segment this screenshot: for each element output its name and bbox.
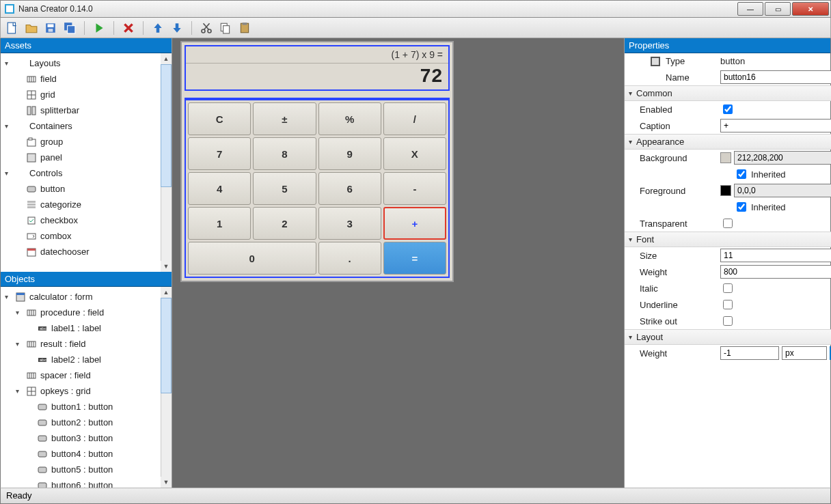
chevron-down-icon[interactable]: ▾ xyxy=(629,333,632,341)
tree-item[interactable]: button xyxy=(3,181,161,197)
calc-key-sym[interactable]: % xyxy=(318,102,381,135)
expand-arrow-icon[interactable]: ▾ xyxy=(5,59,12,67)
expand-arrow-icon[interactable]: ▾ xyxy=(5,122,12,130)
expand-arrow-icon[interactable]: ▾ xyxy=(5,169,12,177)
prop-name-input[interactable] xyxy=(720,70,831,84)
tree-item[interactable]: field xyxy=(3,71,161,87)
prop-fontsize-input[interactable] xyxy=(720,249,831,262)
tree-item[interactable]: abclabel2 : label xyxy=(3,352,161,367)
tree-item[interactable]: button6 : button xyxy=(3,477,161,488)
calc-key-sym[interactable]: = xyxy=(383,242,446,275)
tree-item[interactable]: button5 : button xyxy=(3,462,161,477)
scroll-thumb[interactable] xyxy=(161,298,172,393)
tree-item[interactable]: group xyxy=(3,134,161,150)
prop-bg-inherited-checkbox[interactable] xyxy=(737,169,746,179)
calc-key-0[interactable]: 0 xyxy=(188,242,316,275)
minimize-button[interactable]: — xyxy=(737,2,763,16)
calc-key-4[interactable]: 4 xyxy=(188,172,251,205)
design-canvas[interactable]: (1 + 7) x 9 = 72 C±%/789X456-123+0.= xyxy=(172,38,624,488)
tree-item[interactable]: button2 : button xyxy=(3,415,161,430)
scrollbar[interactable]: ▲ ▼ xyxy=(161,53,172,272)
tree-item[interactable]: button4 : button xyxy=(3,446,161,462)
prop-enabled-checkbox[interactable] xyxy=(723,104,733,114)
tree-item[interactable]: panel xyxy=(3,150,161,165)
fg-color-swatch[interactable] xyxy=(720,185,731,196)
chevron-down-icon[interactable]: ▾ xyxy=(629,236,632,243)
scrollbar[interactable]: ▲ ▼ xyxy=(161,287,172,488)
tree-item[interactable]: combox xyxy=(3,228,161,244)
calc-key-sym[interactable]: - xyxy=(383,172,446,205)
scroll-up-icon[interactable]: ▲ xyxy=(161,53,172,64)
scroll-down-icon[interactable]: ▼ xyxy=(161,261,172,272)
chevron-down-icon[interactable]: ▾ xyxy=(629,138,632,145)
calc-key-8[interactable]: 8 xyxy=(253,137,316,170)
tree-item[interactable]: ▾Layouts xyxy=(3,55,161,71)
calc-key-1[interactable]: 1 xyxy=(188,207,251,240)
tree-item[interactable]: ▾calculator : form xyxy=(3,289,161,305)
calc-key-sym[interactable]: + xyxy=(383,207,446,240)
calc-key-3[interactable]: 3 xyxy=(318,207,381,240)
calc-key-sym[interactable]: ± xyxy=(253,102,316,135)
chevron-down-icon[interactable]: ▾ xyxy=(629,89,632,97)
tree-item[interactable]: categorize xyxy=(3,197,161,212)
expand-arrow-icon[interactable]: ▾ xyxy=(16,387,23,395)
bg-color-swatch[interactable] xyxy=(720,152,731,163)
tree-item[interactable]: grid xyxy=(3,87,161,102)
prop-italic-checkbox[interactable] xyxy=(723,283,733,293)
new-file-icon[interactable] xyxy=(6,22,18,34)
maximize-button[interactable]: ▭ xyxy=(765,2,791,16)
expand-arrow-icon[interactable]: ▾ xyxy=(16,309,23,316)
copy-icon[interactable] xyxy=(219,22,232,34)
calc-key-6[interactable]: 6 xyxy=(318,172,381,205)
assets-tree[interactable]: ▾Layoutsfieldgridsplitterbar▾Containersg… xyxy=(1,53,161,262)
calculator-form[interactable]: (1 + 7) x 9 = 72 C±%/789X456-123+0.= xyxy=(180,41,454,282)
prop-strikeout-checkbox[interactable] xyxy=(723,316,733,326)
close-button[interactable]: ✕ xyxy=(792,2,829,16)
delete-icon[interactable] xyxy=(122,22,135,34)
tree-item[interactable]: button3 : button xyxy=(3,430,161,446)
tree-item[interactable]: ▾Controls xyxy=(3,165,161,181)
save-all-icon[interactable] xyxy=(64,22,76,34)
calc-key-sym[interactable]: . xyxy=(318,242,381,275)
tree-item[interactable]: ▾opkeys : grid xyxy=(3,383,161,399)
prop-foreground-input[interactable] xyxy=(734,184,831,197)
tree-item[interactable]: spacer : field xyxy=(3,367,161,383)
prop-layout-weight-input[interactable] xyxy=(720,346,779,360)
move-up-icon[interactable] xyxy=(152,22,164,34)
calc-key-9[interactable]: 9 xyxy=(318,137,381,170)
scroll-up-icon[interactable]: ▲ xyxy=(161,287,172,298)
calc-key-2[interactable]: 2 xyxy=(253,207,316,240)
tree-item[interactable]: ▾Containers xyxy=(3,118,161,134)
prop-fontweight-input[interactable] xyxy=(720,265,831,279)
expand-arrow-icon[interactable]: ▾ xyxy=(16,340,23,348)
calc-key-5[interactable]: 5 xyxy=(253,172,316,205)
tree-item[interactable]: ▾procedure : field xyxy=(3,305,161,320)
tree-item[interactable]: abclabel1 : label xyxy=(3,320,161,336)
tree-item[interactable]: checkbox xyxy=(3,212,161,228)
prop-fg-inherited-checkbox[interactable] xyxy=(737,202,746,212)
section-font: Font xyxy=(636,234,654,244)
tree-item[interactable]: ▾result : field xyxy=(3,336,161,352)
cut-icon[interactable] xyxy=(200,22,213,34)
prop-layout-weight-unit[interactable] xyxy=(782,346,827,360)
save-icon[interactable] xyxy=(44,22,57,34)
tree-item[interactable]: splitterbar xyxy=(3,102,161,118)
prop-underline-checkbox[interactable] xyxy=(723,300,733,309)
scroll-down-icon[interactable]: ▼ xyxy=(161,477,172,488)
prop-transparent-checkbox[interactable] xyxy=(723,219,733,228)
tree-item[interactable]: datechooser xyxy=(3,244,161,260)
objects-tree[interactable]: ▾calculator : form▾procedure : fieldabcl… xyxy=(1,287,161,488)
calc-key-sym[interactable]: / xyxy=(383,102,446,135)
scroll-thumb[interactable] xyxy=(161,64,172,187)
run-icon[interactable] xyxy=(93,22,105,34)
move-down-icon[interactable] xyxy=(171,22,183,34)
calc-key-X[interactable]: X xyxy=(383,137,446,170)
open-folder-icon[interactable] xyxy=(25,22,38,34)
tree-item[interactable]: button1 : button xyxy=(3,399,161,415)
prop-background-input[interactable] xyxy=(734,151,831,165)
prop-caption-input[interactable] xyxy=(720,119,831,132)
expand-arrow-icon[interactable]: ▾ xyxy=(5,293,12,300)
calc-key-C[interactable]: C xyxy=(188,102,251,135)
paste-icon[interactable] xyxy=(239,22,251,34)
calc-key-7[interactable]: 7 xyxy=(188,137,251,170)
